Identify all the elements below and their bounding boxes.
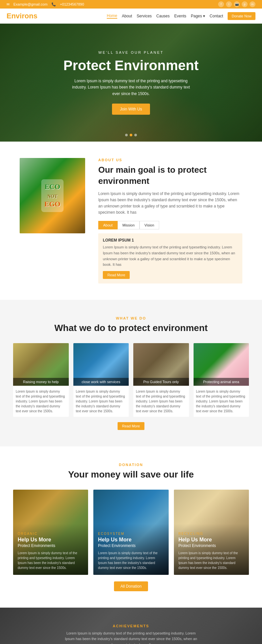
donation-grid: ORGANIC Help Us More Protect Environment… <box>13 490 249 575</box>
top-bar-social-links: f t 📷 p in <box>218 1 255 7</box>
what-card-image-2: close work with services <box>73 343 129 386</box>
nav-pages[interactable]: Pages ▾ <box>191 14 205 18</box>
what-card-3: Pro Guided Tours only Lorem Ipsum is sim… <box>133 343 189 417</box>
what-read-more-container: Read More <box>13 422 249 430</box>
donation-card-text-1: Lorem Ipsum is simply dummy text of the … <box>18 551 84 570</box>
tab-vision[interactable]: Vision <box>140 221 159 229</box>
donation-card-2: ECOSYSTEM Help Us More Protect Environme… <box>93 490 168 575</box>
about-content: ABOUT US Our main goal is to protect env… <box>98 158 242 283</box>
donation-card-title-1: Help Us More <box>18 537 84 543</box>
hero-title: Protect Environment <box>63 58 198 73</box>
donation-card-title-3: Help Us More <box>178 537 244 543</box>
email-text: Example@gmail.com <box>13 2 47 6</box>
nav-services[interactable]: Services <box>137 14 152 18</box>
twitter-icon[interactable]: t <box>226 1 232 7</box>
hero-dot-2[interactable] <box>130 134 132 136</box>
hero-dot-1[interactable] <box>125 134 128 136</box>
about-tab-content: LOREM IPSUM 1 Lorem Ipsum is simply dumm… <box>98 233 242 283</box>
what-card-text-1: Lorem Ipsum is simply dummy text of the … <box>13 386 69 417</box>
donation-card-title-2: Help Us More <box>98 537 164 543</box>
tab-content-title: LOREM IPSUM 1 <box>103 238 238 243</box>
what-card-label-1: Raising money to help <box>13 378 69 386</box>
donation-title: Your money will save our life <box>13 469 249 480</box>
all-donation-button[interactable]: All Donation <box>114 581 148 591</box>
what-card-1: Raising money to help Lorem Ipsum is sim… <box>13 343 69 417</box>
what-grid: Raising money to help Lorem Ipsum is sim… <box>13 343 249 417</box>
what-card-label-4: Protecting animal area <box>194 378 249 386</box>
achievements-section: ACHIEVEMENTS Lorem Ipsum is simply dummy… <box>0 608 262 644</box>
donation-card-subtitle-3: Protect Environments <box>178 543 244 548</box>
what-card-label-2: close work with services <box>73 378 129 386</box>
what-card-4: Protecting animal area Lorem Ipsum is si… <box>194 343 249 417</box>
hero-description: Lorem Ipsum is simply dummy text of the … <box>72 78 190 97</box>
hero-join-button[interactable]: Join With Us <box>112 104 150 115</box>
what-read-more-button[interactable]: Read More <box>118 422 144 430</box>
donation-card-subtitle-2: Protect Environments <box>98 543 164 548</box>
hero-section: WE'LL SAVE OUR PLANET Protect Environmen… <box>0 24 262 142</box>
instagram-icon[interactable]: 📷 <box>234 1 240 7</box>
top-bar: ✉ Example@gmail.com 📞 +01234567890 f t 📷… <box>0 0 262 9</box>
tab-content-text: Lorem Ipsum is simply dummy text of the … <box>103 244 238 267</box>
about-label: ABOUT US <box>98 158 242 162</box>
what-card-image-1: Raising money to help <box>13 343 69 386</box>
donation-card-1: ORGANIC Help Us More Protect Environment… <box>13 490 88 575</box>
donation-card-3: RECYCLING Help Us More Protect Environme… <box>174 490 249 575</box>
about-image: ECO NOT EGO <box>20 158 85 233</box>
about-title: Our main goal is to protect environment <box>98 165 242 187</box>
what-card-text-4: Lorem Ipsum is simply dummy text of the … <box>194 386 249 417</box>
donation-card-text-2: Lorem Ipsum is simply dummy text of the … <box>98 551 164 570</box>
phone-text: +01234567890 <box>60 2 84 6</box>
achievements-description: Lorem Ipsum is simply dummy text of the … <box>62 631 200 644</box>
donation-card-category-2: ECOSYSTEM <box>98 532 164 536</box>
nav-causes[interactable]: Causes <box>156 14 170 18</box>
donation-section: DONATION Your money will save our life O… <box>0 446 262 608</box>
linkedin-icon[interactable]: in <box>250 1 255 7</box>
hero-dot-3[interactable] <box>134 134 137 136</box>
pinterest-icon[interactable]: p <box>242 1 248 7</box>
donation-card-content-1: ORGANIC Help Us More Protect Environment… <box>13 527 88 575</box>
what-card-text-3: Lorem Ipsum is simply dummy text of the … <box>133 386 189 417</box>
what-section: WHAT WE DO What we do to protect environ… <box>0 300 262 446</box>
donation-card-text-3: Lorem Ipsum is simply dummy text of the … <box>178 551 244 570</box>
about-read-more-button[interactable]: Read More <box>103 271 130 279</box>
achievements-label: ACHIEVEMENTS <box>13 624 249 628</box>
nav-events[interactable]: Events <box>174 14 186 18</box>
what-label: WHAT WE DO <box>13 316 249 320</box>
hero-dots <box>125 134 137 136</box>
nav-contact[interactable]: Contact <box>210 14 223 18</box>
donation-card-category-1: ORGANIC <box>18 532 84 536</box>
what-card-image-4: Protecting animal area <box>194 343 249 386</box>
phone-icon: 📞 <box>51 2 56 7</box>
donation-card-content-3: RECYCLING Help Us More Protect Environme… <box>174 527 249 575</box>
tab-mission[interactable]: Mission <box>118 221 140 229</box>
donation-card-subtitle-1: Protect Environments <box>18 543 84 548</box>
what-card-label-3: Pro Guided Tours only <box>133 378 189 386</box>
top-bar-left: ✉ Example@gmail.com 📞 +01234567890 <box>7 2 84 7</box>
donation-card-content-2: ECOSYSTEM Help Us More Protect Environme… <box>93 527 168 575</box>
facebook-icon[interactable]: f <box>218 1 224 7</box>
donation-label: DONATION <box>13 463 249 467</box>
what-title: What we do to protect environment <box>13 323 249 333</box>
donation-card-category-3: RECYCLING <box>178 532 244 536</box>
hero-subtitle: WE'LL SAVE OUR PLANET <box>98 50 164 54</box>
logo: Environs <box>7 12 37 20</box>
navbar: Environs Home About Services Causes Even… <box>0 9 262 24</box>
nav-links: Home About Services Causes Events Pages … <box>107 12 255 20</box>
tab-about[interactable]: About <box>98 221 118 229</box>
what-card-image-3: Pro Guided Tours only <box>133 343 189 386</box>
what-card-text-2: Lorem Ipsum is simply dummy text of the … <box>73 386 129 417</box>
what-card-2: close work with services Lorem Ipsum is … <box>73 343 129 417</box>
about-tabs: About Mission Vision <box>98 221 242 229</box>
donate-button[interactable]: Donate Now <box>228 12 255 20</box>
about-section: ECO NOT EGO ABOUT US Our main goal is to… <box>0 142 262 300</box>
email-icon: ✉ <box>7 2 9 7</box>
about-description: Lorem Ipsum is simply dummy text of the … <box>98 191 242 216</box>
nav-home[interactable]: Home <box>107 13 117 19</box>
nav-about[interactable]: About <box>122 14 132 18</box>
